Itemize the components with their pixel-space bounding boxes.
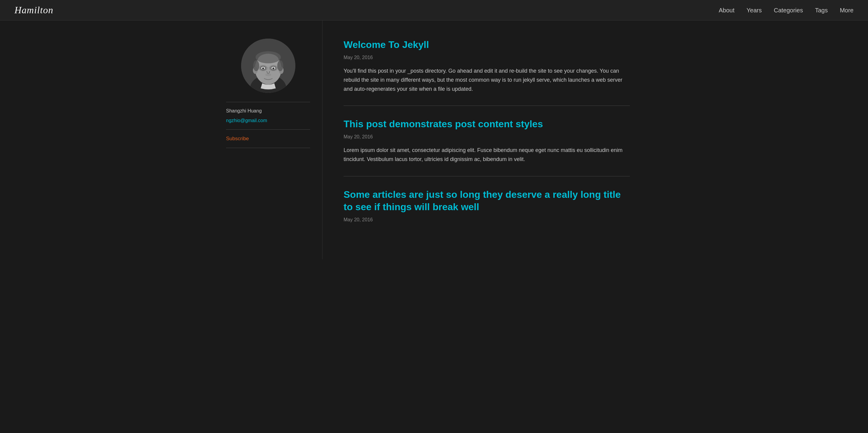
sidebar-divider-1 bbox=[226, 102, 310, 102]
svg-point-20 bbox=[277, 60, 283, 71]
post-entry: Some articles are just so long they dese… bbox=[344, 176, 630, 241]
sidebar: Shangzhi Huang ngzhio@gmail.com Subscrib… bbox=[220, 21, 322, 259]
post-title[interactable]: Welcome To Jekyll bbox=[344, 38, 630, 51]
navbar: Hamilton About Years Categories Tags Mor… bbox=[0, 0, 868, 21]
page-container: Shangzhi Huang ngzhio@gmail.com Subscrib… bbox=[208, 21, 660, 259]
post-date: May 20, 2016 bbox=[344, 133, 630, 141]
nav-more[interactable]: More bbox=[840, 7, 854, 13]
nav-years[interactable]: Years bbox=[747, 7, 762, 13]
sidebar-divider-3 bbox=[226, 148, 310, 148]
svg-point-15 bbox=[262, 67, 264, 69]
nav-about[interactable]: About bbox=[719, 7, 735, 13]
post-excerpt: You'll find this post in your _posts dir… bbox=[344, 67, 630, 93]
avatar-wrapper bbox=[226, 38, 310, 93]
svg-point-16 bbox=[273, 67, 274, 69]
site-logo[interactable]: Hamilton bbox=[14, 2, 53, 18]
nav-tags[interactable]: Tags bbox=[815, 7, 828, 13]
post-title[interactable]: Some articles are just so long they dese… bbox=[344, 189, 630, 213]
nav-categories[interactable]: Categories bbox=[774, 7, 803, 13]
avatar bbox=[241, 38, 296, 93]
post-excerpt: Lorem ipsum dolor sit amet, consectetur … bbox=[344, 146, 630, 164]
post-date: May 20, 2016 bbox=[344, 54, 630, 61]
svg-point-18 bbox=[259, 76, 277, 83]
nav-links: About Years Categories Tags More bbox=[719, 5, 854, 15]
svg-point-6 bbox=[258, 54, 279, 67]
post-entry: This post demonstrates post content styl… bbox=[344, 106, 630, 176]
post-entry: Welcome To Jekyll May 20, 2016 You'll fi… bbox=[344, 38, 630, 106]
author-email[interactable]: ngzhio@gmail.com bbox=[226, 118, 267, 123]
post-date: May 20, 2016 bbox=[344, 216, 630, 224]
svg-point-19 bbox=[253, 60, 259, 71]
main-content: Welcome To Jekyll May 20, 2016 You'll fi… bbox=[322, 21, 648, 259]
subscribe-link[interactable]: Subscribe bbox=[226, 135, 310, 143]
author-name: Shangzhi Huang bbox=[226, 107, 310, 115]
post-title[interactable]: This post demonstrates post content styl… bbox=[344, 118, 630, 131]
